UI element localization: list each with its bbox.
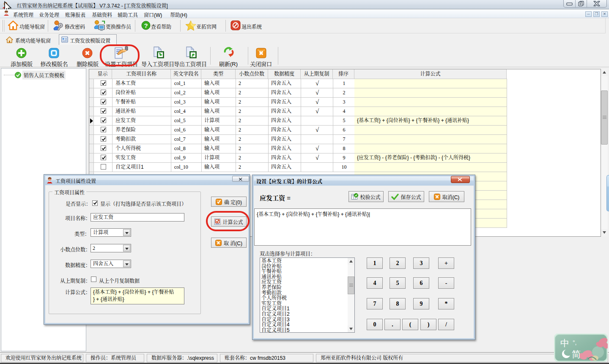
svg-text:简: 简 xyxy=(572,349,581,359)
svg-text:?: ? xyxy=(144,22,148,29)
svg-text:°,: °, xyxy=(573,339,577,346)
svg-text:中: 中 xyxy=(560,338,569,348)
